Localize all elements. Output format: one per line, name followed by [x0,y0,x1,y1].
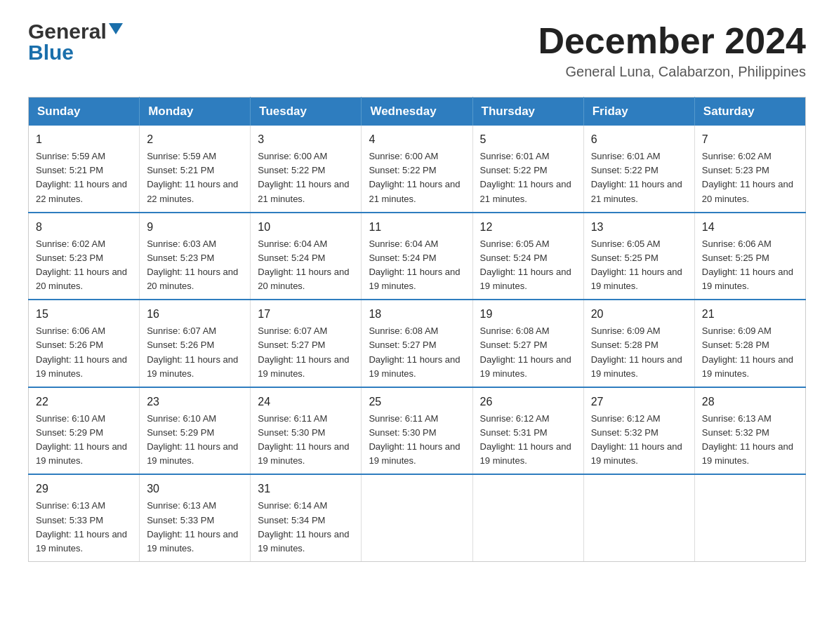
day-number: 11 [369,219,465,236]
calendar-cell: 10Sunrise: 6:04 AMSunset: 5:24 PMDayligh… [251,213,362,300]
day-info: Sunrise: 6:02 AMSunset: 5:23 PMDaylight:… [36,239,127,291]
calendar-cell [694,474,805,561]
day-number: 16 [147,306,243,323]
calendar-cell: 14Sunrise: 6:06 AMSunset: 5:25 PMDayligh… [694,213,805,300]
calendar-week-row: 1Sunrise: 5:59 AMSunset: 5:21 PMDaylight… [29,126,806,213]
day-number: 5 [480,131,576,148]
day-info: Sunrise: 6:07 AMSunset: 5:26 PMDaylight:… [147,326,238,378]
logo-blue-text: Blue [28,42,74,63]
day-info: Sunrise: 6:05 AMSunset: 5:24 PMDaylight:… [480,239,571,291]
calendar-cell [362,474,472,561]
month-title: December 2024 [538,21,806,61]
calendar-cell: 11Sunrise: 6:04 AMSunset: 5:24 PMDayligh… [362,213,472,300]
day-number: 6 [591,131,687,148]
day-number: 27 [591,394,687,410]
day-number: 29 [36,481,132,497]
calendar-cell: 20Sunrise: 6:09 AMSunset: 5:28 PMDayligh… [583,300,694,387]
day-number: 22 [36,394,132,410]
day-number: 28 [702,394,798,410]
calendar-cell: 3Sunrise: 6:00 AMSunset: 5:22 PMDaylight… [251,126,362,213]
calendar-cell: 12Sunrise: 6:05 AMSunset: 5:24 PMDayligh… [472,213,583,300]
logo-general-text: General [28,21,107,42]
day-info: Sunrise: 6:14 AMSunset: 5:34 PMDaylight:… [258,500,349,553]
day-info: Sunrise: 6:08 AMSunset: 5:27 PMDaylight:… [480,326,571,378]
day-info: Sunrise: 6:09 AMSunset: 5:28 PMDaylight:… [702,326,793,378]
day-number: 17 [258,306,354,323]
day-number: 1 [36,131,132,148]
logo-triangle-icon [109,23,123,34]
day-number: 26 [480,394,576,410]
calendar-cell: 30Sunrise: 6:13 AMSunset: 5:33 PMDayligh… [140,474,251,561]
day-info: Sunrise: 6:01 AMSunset: 5:22 PMDaylight:… [591,151,682,203]
day-info: Sunrise: 6:12 AMSunset: 5:31 PMDaylight:… [480,413,571,466]
day-info: Sunrise: 6:11 AMSunset: 5:30 PMDaylight:… [258,413,349,466]
day-number: 14 [702,219,798,236]
calendar-cell: 25Sunrise: 6:11 AMSunset: 5:30 PMDayligh… [362,387,472,475]
day-info: Sunrise: 6:05 AMSunset: 5:25 PMDaylight:… [591,239,682,291]
day-info: Sunrise: 6:00 AMSunset: 5:22 PMDaylight:… [369,151,460,203]
day-number: 20 [591,306,687,323]
calendar-cell: 8Sunrise: 6:02 AMSunset: 5:23 PMDaylight… [29,213,140,300]
calendar-cell: 16Sunrise: 6:07 AMSunset: 5:26 PMDayligh… [140,300,251,387]
day-info: Sunrise: 6:09 AMSunset: 5:28 PMDaylight:… [591,326,682,378]
calendar-cell: 19Sunrise: 6:08 AMSunset: 5:27 PMDayligh… [472,300,583,387]
calendar-cell: 7Sunrise: 6:02 AMSunset: 5:23 PMDaylight… [694,126,805,213]
location-subtitle: General Luna, Calabarzon, Philippines [538,64,806,80]
calendar-cell: 18Sunrise: 6:08 AMSunset: 5:27 PMDayligh… [362,300,472,387]
day-info: Sunrise: 5:59 AMSunset: 5:21 PMDaylight:… [36,151,127,203]
day-info: Sunrise: 6:13 AMSunset: 5:33 PMDaylight:… [147,500,238,553]
day-info: Sunrise: 6:12 AMSunset: 5:32 PMDaylight:… [591,413,682,466]
calendar-cell: 6Sunrise: 6:01 AMSunset: 5:22 PMDaylight… [583,126,694,213]
day-info: Sunrise: 6:11 AMSunset: 5:30 PMDaylight:… [369,413,460,466]
calendar-cell: 15Sunrise: 6:06 AMSunset: 5:26 PMDayligh… [29,300,140,387]
day-number: 4 [369,131,465,148]
day-number: 3 [258,131,354,148]
header-day-wednesday: Wednesday [362,98,472,126]
day-info: Sunrise: 6:04 AMSunset: 5:24 PMDaylight:… [369,239,460,291]
calendar-header-row: SundayMondayTuesdayWednesdayThursdayFrid… [29,98,806,126]
calendar-week-row: 15Sunrise: 6:06 AMSunset: 5:26 PMDayligh… [29,300,806,387]
day-info: Sunrise: 6:13 AMSunset: 5:32 PMDaylight:… [702,413,793,466]
day-number: 18 [369,306,465,323]
day-number: 25 [369,394,465,410]
calendar-cell: 22Sunrise: 6:10 AMSunset: 5:29 PMDayligh… [29,387,140,475]
calendar-cell: 28Sunrise: 6:13 AMSunset: 5:32 PMDayligh… [694,387,805,475]
calendar-cell: 21Sunrise: 6:09 AMSunset: 5:28 PMDayligh… [694,300,805,387]
header-day-friday: Friday [583,98,694,126]
day-info: Sunrise: 6:01 AMSunset: 5:22 PMDaylight:… [480,151,571,203]
header-day-monday: Monday [140,98,251,126]
day-number: 24 [258,394,354,410]
calendar-cell: 9Sunrise: 6:03 AMSunset: 5:23 PMDaylight… [140,213,251,300]
header-day-tuesday: Tuesday [251,98,362,126]
calendar-week-row: 22Sunrise: 6:10 AMSunset: 5:29 PMDayligh… [29,387,806,475]
day-number: 19 [480,306,576,323]
day-info: Sunrise: 6:06 AMSunset: 5:26 PMDaylight:… [36,326,127,378]
day-number: 21 [702,306,798,323]
calendar-cell: 23Sunrise: 6:10 AMSunset: 5:29 PMDayligh… [140,387,251,475]
header-day-sunday: Sunday [29,98,140,126]
day-info: Sunrise: 6:10 AMSunset: 5:29 PMDaylight:… [36,413,127,466]
day-number: 2 [147,131,243,148]
calendar-cell [583,474,694,561]
calendar-cell: 1Sunrise: 5:59 AMSunset: 5:21 PMDaylight… [29,126,140,213]
calendar-cell [472,474,583,561]
calendar-table: SundayMondayTuesdayWednesdayThursdayFrid… [28,97,806,562]
day-info: Sunrise: 6:08 AMSunset: 5:27 PMDaylight:… [369,326,460,378]
day-number: 23 [147,394,243,410]
day-number: 10 [258,219,354,236]
calendar-cell: 4Sunrise: 6:00 AMSunset: 5:22 PMDaylight… [362,126,472,213]
day-number: 31 [258,481,354,497]
header-day-saturday: Saturday [694,98,805,126]
calendar-cell: 2Sunrise: 5:59 AMSunset: 5:21 PMDaylight… [140,126,251,213]
calendar-week-row: 8Sunrise: 6:02 AMSunset: 5:23 PMDaylight… [29,213,806,300]
day-number: 9 [147,219,243,236]
day-number: 8 [36,219,132,236]
header-day-thursday: Thursday [472,98,583,126]
day-info: Sunrise: 6:03 AMSunset: 5:23 PMDaylight:… [147,239,238,291]
calendar-cell: 29Sunrise: 6:13 AMSunset: 5:33 PMDayligh… [29,474,140,561]
calendar-cell: 26Sunrise: 6:12 AMSunset: 5:31 PMDayligh… [472,387,583,475]
day-number: 13 [591,219,687,236]
day-number: 15 [36,306,132,323]
day-info: Sunrise: 6:10 AMSunset: 5:29 PMDaylight:… [147,413,238,466]
day-info: Sunrise: 5:59 AMSunset: 5:21 PMDaylight:… [147,151,238,203]
